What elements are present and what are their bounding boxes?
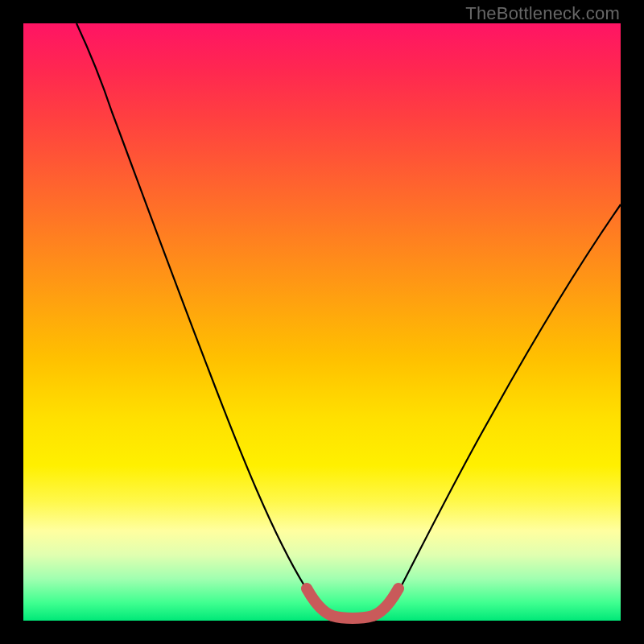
- optimal-band: [307, 588, 398, 618]
- plot-area: [23, 23, 621, 621]
- bottleneck-curve: [76, 23, 621, 618]
- watermark-text: TheBottleneck.com: [465, 3, 620, 24]
- curve-svg: [23, 23, 621, 621]
- chart-frame: TheBottleneck.com: [0, 0, 644, 644]
